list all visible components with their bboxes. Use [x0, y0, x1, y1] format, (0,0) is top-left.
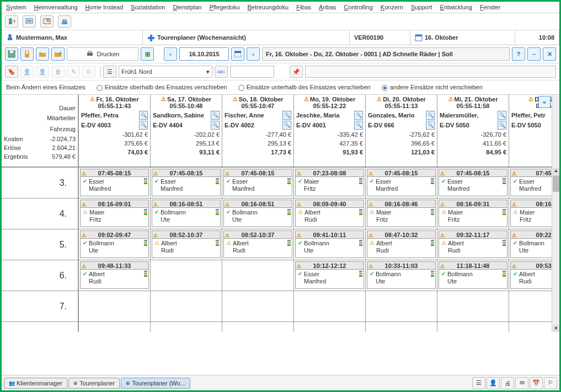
print-button[interactable]: Drucken: [67, 47, 138, 61]
list-icon[interactable]: ☰: [103, 66, 116, 78]
bookmark-icon[interactable]: 🔖: [5, 66, 18, 78]
appointment[interactable]: ⚠09:32-11:17⚠AlbertRudi: [439, 230, 507, 258]
svg-rect-21: [234, 51, 241, 53]
note-input[interactable]: [305, 66, 556, 78]
search-emp-icon[interactable]: 🔍: [498, 111, 506, 120]
window-close-icon[interactable]: ✕: [40, 15, 54, 28]
radio-below[interactable]: Einsätze unterhalb des Einsatzes verschi…: [238, 84, 371, 91]
radio-above[interactable]: Einsätze oberhalb des Einsatzes verschie…: [97, 84, 227, 91]
collapse-button[interactable]: «: [538, 96, 551, 108]
appointment[interactable]: ⚠08:09-09:40⚠AlbertRudi: [295, 200, 364, 227]
menu-pflegedoku[interactable]: Pflegedoku: [209, 4, 239, 10]
appointment[interactable]: ⚠08:16-09:31⚠MaierFritz: [439, 200, 507, 227]
calendar-icon[interactable]: [231, 47, 244, 61]
users-icon[interactable]: [58, 15, 71, 28]
appointment[interactable]: ⚠07:45-08:15✔EsserManfred: [223, 169, 292, 196]
appointment[interactable]: ⚠07:45-08:15✔EsserManfred: [80, 169, 149, 196]
svg-point-10: [8, 34, 12, 37]
menu-sozialstation[interactable]: Sozialstation: [131, 4, 165, 10]
appointment[interactable]: ⚠09:53-✔AlbertRudi: [510, 261, 552, 289]
save-icon[interactable]: [5, 47, 18, 61]
prev-button[interactable]: ‹: [164, 47, 177, 61]
appointment[interactable]: ⚠08:47-10:32⚠AlbertRudi: [367, 230, 436, 258]
menu-fenster[interactable]: Fenster: [480, 4, 500, 10]
shift-combo[interactable]: Früh1 Nord▾: [119, 66, 212, 78]
search-emp-icon[interactable]: 🔍: [139, 111, 148, 120]
tab-1[interactable]: ⊕Tourenplaner: [68, 378, 120, 389]
menu-konzern[interactable]: Konzern: [381, 4, 403, 10]
appointment[interactable]: ⚠11:18-11:48✔BollmannUte: [439, 261, 507, 289]
status-user-icon[interactable]: 👤: [487, 377, 500, 389]
appointment[interactable]: ⚠08:16-08:51✔BollmannUte: [152, 200, 221, 227]
delete-icon[interactable]: 🗑: [51, 66, 65, 78]
appointment[interactable]: ⚠08:52-10:37⚠AlbertRudi: [223, 230, 292, 258]
appointment[interactable]: ⚠09:48-11:33✔AlbertRudi: [80, 261, 149, 289]
excel-icon[interactable]: ⊞: [141, 47, 154, 61]
screen-icon[interactable]: [23, 15, 36, 28]
menu-anbas[interactable]: Anbas: [319, 4, 336, 10]
scrollbar-vertical[interactable]: ▲ ▼: [552, 95, 559, 332]
filter-input[interactable]: [230, 66, 274, 78]
status-flag-icon[interactable]: ⚐: [544, 377, 557, 389]
search-veh-icon[interactable]: 🔍: [211, 121, 220, 130]
menu-heimverwaltung[interactable]: Heimverwaltung: [34, 4, 78, 10]
appointment[interactable]: ⚠09:41-10:11✔BollmannUte: [295, 230, 364, 258]
appointment[interactable]: ⚠07:45-08:15✔EsserManfred: [439, 169, 507, 196]
folder-add-icon[interactable]: +: [51, 47, 65, 61]
menu-home instead[interactable]: Home Instead: [86, 4, 124, 10]
menu-system[interactable]: System: [6, 4, 26, 10]
status-list-icon[interactable]: ☰: [472, 377, 485, 389]
radio-none[interactable]: andere Einsätze nicht verschieben: [382, 84, 483, 91]
tab-0[interactable]: 👥Klientenmanager: [4, 378, 67, 389]
appointment[interactable]: ⚠08:16-⚠MaierFritz: [510, 200, 552, 227]
appointment[interactable]: ⚠08:16-08:51✔BollmannUte: [223, 200, 292, 227]
search-emp-icon[interactable]: 🔍: [211, 111, 220, 120]
search-veh-icon[interactable]: 🔍: [282, 121, 291, 130]
status-mail-icon[interactable]: ✉: [515, 377, 528, 389]
appointment[interactable]: ⚠10:12-12:12✔EsserManfred: [295, 261, 364, 289]
pin-icon[interactable]: 📌: [290, 66, 303, 78]
status-cal-icon[interactable]: 📅: [530, 377, 543, 389]
search-veh-icon[interactable]: 🔍: [354, 121, 363, 130]
search-emp-icon[interactable]: 🔍: [282, 111, 291, 120]
appointment[interactable]: ⚠07:45-08:15✔EsserManfred: [367, 169, 436, 196]
menu-bar: SystemHeimverwaltungHome InsteadSozialst…: [2, 2, 559, 13]
help-icon[interactable]: ?: [512, 47, 525, 61]
menu-support[interactable]: Support: [411, 4, 432, 10]
day-column: ⚠ Di, 20. Oktober05:55-11:13Gonzales, Ma…: [366, 95, 437, 332]
appointment[interactable]: ⚠09:02-09:47✔BollmannUte: [80, 230, 149, 258]
status-print-icon[interactable]: 🖨: [501, 377, 514, 389]
person2-icon[interactable]: 👤: [36, 66, 49, 78]
search-veh-icon[interactable]: 🔍: [139, 121, 148, 130]
svg-rect-13: [415, 35, 422, 36]
search-emp-icon[interactable]: 🔍: [426, 111, 435, 120]
appointment[interactable]: ⚠08:16-09:01⚠MaierFritz: [80, 200, 149, 227]
menu-betreuungdoku[interactable]: Betreuungdoku: [248, 4, 289, 10]
search-veh-icon[interactable]: 🔍: [498, 121, 506, 130]
copy-icon[interactable]: ⎘: [82, 66, 95, 78]
appointment[interactable]: ⚠07:23-08:08✔MaierFritz: [295, 169, 364, 196]
appointment[interactable]: ⚠08:52-10:37⚠AlbertRudi: [152, 230, 221, 258]
folder-open-icon[interactable]: [36, 47, 49, 61]
tab-2[interactable]: ⊕Tourenplaner (Wo...: [121, 378, 190, 389]
menu-controlling[interactable]: Controlling: [344, 4, 373, 10]
minimize-button[interactable]: –: [527, 47, 541, 61]
search-veh-icon[interactable]: 🔍: [426, 121, 435, 130]
menu-dienstplan[interactable]: Dienstplan: [173, 4, 201, 10]
appointment[interactable]: ⚠09:22-✔BollmannUte: [510, 230, 552, 258]
next-button[interactable]: ›: [247, 47, 260, 61]
appointment[interactable]: ⚠10:33-11:03✔BollmannUte: [367, 261, 436, 289]
appointment[interactable]: ⚠07:45-08:15✔EsserManfred: [152, 169, 221, 196]
appointment[interactable]: ⚠07:45-✔EsserManfred: [510, 169, 552, 196]
date-input[interactable]: 16.10.2015: [179, 47, 229, 61]
edit-icon[interactable]: ✎: [67, 66, 80, 78]
menu-fibas[interactable]: Fibas: [296, 4, 311, 10]
abc-icon[interactable]: ABC: [215, 66, 228, 78]
search-emp-icon[interactable]: 🔍: [354, 111, 363, 120]
user-add-icon[interactable]: +: [5, 15, 18, 28]
menu-entwicklung[interactable]: Entwicklung: [440, 4, 472, 10]
appointment[interactable]: ⚠08:16-08:46⚠MaierFritz: [367, 200, 436, 227]
lock-icon[interactable]: [20, 47, 34, 61]
close-button[interactable]: ✕: [543, 47, 556, 61]
person1-icon[interactable]: 👤: [20, 66, 34, 78]
